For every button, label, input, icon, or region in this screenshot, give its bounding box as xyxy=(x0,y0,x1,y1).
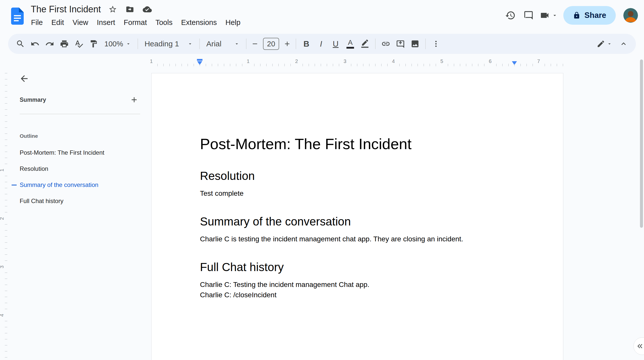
paint-format-icon xyxy=(89,40,98,48)
outline-item-0[interactable]: Post-Mortem: The First Incident xyxy=(0,145,149,161)
underline-button[interactable]: U xyxy=(328,37,343,51)
caret-down-icon xyxy=(187,41,193,47)
plus-icon xyxy=(283,40,291,48)
docs-logo-icon[interactable] xyxy=(11,8,24,25)
minus-icon xyxy=(251,40,259,48)
spellcheck-button[interactable] xyxy=(72,37,86,51)
text-color-swatch xyxy=(346,47,354,49)
menu-insert[interactable]: Insert xyxy=(93,16,120,29)
undo-icon xyxy=(31,39,40,48)
insert-link-button[interactable] xyxy=(378,37,393,51)
vertical-scrollbar[interactable] xyxy=(640,59,643,228)
document-title[interactable]: The First Incident xyxy=(31,4,101,15)
text-color-button[interactable]: A xyxy=(343,37,358,51)
pencil-icon xyxy=(597,40,605,48)
google-docs-window: The First Incident File Edit View Insert… xyxy=(0,0,644,360)
doc-paragraph[interactable]: Charlie C: Testing the incident manageme… xyxy=(200,279,515,290)
font-size-input[interactable]: 20 xyxy=(263,38,279,50)
move-folder-icon[interactable] xyxy=(126,5,134,14)
underline-label: U xyxy=(333,39,339,49)
increase-font-size-button[interactable] xyxy=(282,37,293,51)
more-toolbar-options-button[interactable] xyxy=(429,37,443,51)
doc-heading-1[interactable]: Post-Mortem: The First Incident xyxy=(200,135,515,153)
version-history-button[interactable] xyxy=(501,6,519,24)
bold-button[interactable]: B xyxy=(299,37,314,51)
outline-label: Outline xyxy=(20,133,38,139)
menu-extensions[interactable]: Extensions xyxy=(177,16,221,29)
back-arrow-icon xyxy=(19,74,29,84)
outline-item-label: Full Chat history xyxy=(20,198,63,205)
share-button[interactable]: Share xyxy=(563,6,616,25)
doc-heading-summary[interactable]: Summary of the conversation xyxy=(200,214,515,229)
doc-paragraph[interactable]: Charlie C is testing the incident manage… xyxy=(200,234,515,244)
redo-icon xyxy=(45,39,54,48)
add-comment-icon xyxy=(396,39,405,48)
menu-edit[interactable]: Edit xyxy=(47,16,68,29)
more-dots-icon xyxy=(432,40,440,48)
redo-button[interactable] xyxy=(42,37,57,51)
font-value: Arial xyxy=(206,40,221,48)
close-outline-button[interactable] xyxy=(17,71,32,86)
highlight-color-button[interactable] xyxy=(358,37,372,51)
font-select[interactable]: Arial xyxy=(203,37,243,51)
menu-tools[interactable]: Tools xyxy=(151,16,177,29)
insert-image-icon xyxy=(411,39,420,48)
show-side-panel-button[interactable] xyxy=(633,337,644,355)
menu-help[interactable]: Help xyxy=(221,16,245,29)
menu-format[interactable]: Format xyxy=(120,16,151,29)
caret-down-icon xyxy=(126,41,131,47)
document-content: Post-Mortem: The First Incident Resoluti… xyxy=(152,73,563,300)
outline-item-label: Post-Mortem: The First Incident xyxy=(20,149,104,156)
highlight-icon xyxy=(361,40,369,48)
toolbar-divider xyxy=(138,39,138,49)
comments-icon xyxy=(523,10,534,20)
summary-header: Summary xyxy=(20,94,140,106)
add-summary-button[interactable] xyxy=(128,94,140,106)
doc-paragraph[interactable]: Test complete xyxy=(200,188,515,199)
toolbar-divider xyxy=(199,39,200,49)
comments-button[interactable] xyxy=(519,6,538,24)
doc-heading-chat-history[interactable]: Full Chat history xyxy=(200,260,515,274)
undo-button[interactable] xyxy=(28,37,42,51)
first-line-indent-marker[interactable] xyxy=(197,59,202,61)
cloud-saved-icon[interactable] xyxy=(143,5,152,14)
outline-item-label: Resolution xyxy=(20,165,48,172)
add-comment-button[interactable] xyxy=(393,37,408,51)
doc-heading-resolution[interactable]: Resolution xyxy=(200,169,515,183)
search-menus-button[interactable] xyxy=(13,37,28,51)
insert-image-button[interactable] xyxy=(408,37,422,51)
summary-label: Summary xyxy=(20,96,46,103)
print-button[interactable] xyxy=(57,37,72,51)
paragraph-style-select[interactable]: Heading 1 xyxy=(141,37,196,51)
style-value: Heading 1 xyxy=(144,40,179,48)
caret-down-icon xyxy=(607,41,612,47)
document-page[interactable]: Post-Mortem: The First Incident Resoluti… xyxy=(151,73,563,360)
join-call-button[interactable] xyxy=(538,6,558,24)
menu-view[interactable]: View xyxy=(68,16,93,29)
vertical-ruler: 1234 xyxy=(0,68,8,360)
videocam-icon xyxy=(540,10,550,20)
editing-mode-select[interactable] xyxy=(593,37,616,51)
doc-paragraph[interactable]: Charlie C: /closeIncident xyxy=(200,290,515,300)
paint-format-button[interactable] xyxy=(86,37,101,51)
text-color-label: A xyxy=(348,39,353,46)
avatar[interactable] xyxy=(623,8,638,23)
toolbar-divider xyxy=(375,39,375,49)
spellcheck-icon xyxy=(74,39,83,48)
outline-item-3[interactable]: Full Chat history xyxy=(0,193,149,209)
outline-list: Post-Mortem: The First Incident Resoluti… xyxy=(0,145,149,209)
toolbar-divider xyxy=(246,39,246,49)
outline-item-2[interactable]: Summary of the conversation xyxy=(0,177,149,193)
top-bar: The First Incident File Edit View Insert… xyxy=(0,0,644,33)
zoom-select[interactable]: 100% xyxy=(101,37,135,51)
menu-bar: File Edit View Insert Format Tools Exten… xyxy=(27,16,245,29)
decrease-font-size-button[interactable] xyxy=(249,37,260,51)
outline-item-1[interactable]: Resolution xyxy=(0,161,149,177)
collapse-toolbar-button[interactable] xyxy=(616,37,631,51)
italic-button[interactable]: I xyxy=(314,37,328,51)
menu-file[interactable]: File xyxy=(27,16,47,29)
double-chevron-left-icon xyxy=(636,342,644,350)
bold-label: B xyxy=(304,39,309,49)
star-icon[interactable] xyxy=(108,5,117,14)
zoom-value: 100% xyxy=(104,40,123,48)
